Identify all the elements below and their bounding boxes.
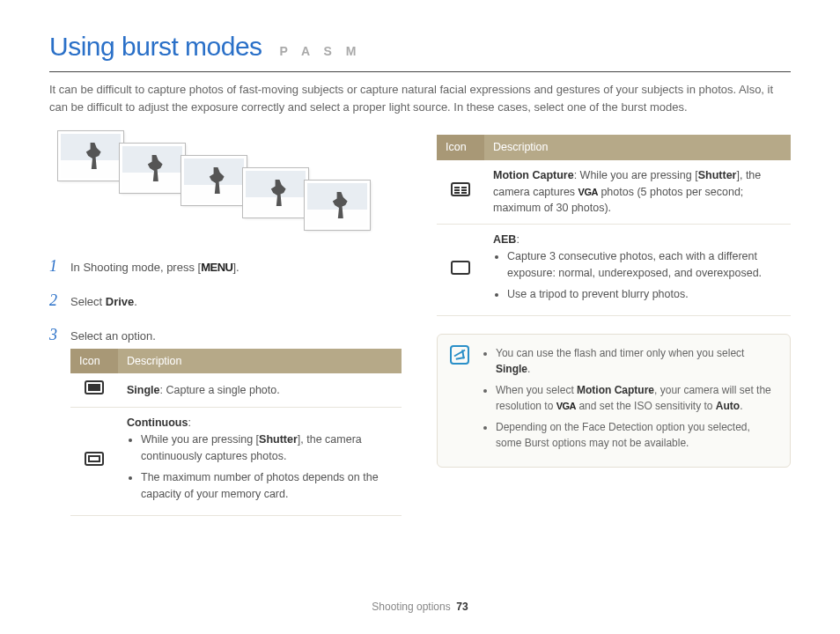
step-number: 1 [49,254,62,278]
step-3: 3 Select an option. Icon Description Sin… [49,323,402,516]
mode-indicator: P A S M [280,42,362,61]
page-footer: Shooting options 73 [0,599,840,615]
step-text: . [134,295,137,308]
options-table-right: Icon Description Motion Capture: While y… [437,135,791,316]
burst-frame [58,131,123,181]
row-text: : [188,417,190,429]
step-list: 1 In Shooting mode, press [MENU]. 2 Sele… [49,254,402,516]
table-header-icon: Icon [70,349,118,374]
row-text: : Capture a single photo. [160,384,280,396]
step-bold: Drive [106,295,135,308]
step-number: 2 [49,289,62,313]
row-bold: AEB [493,233,516,246]
list-item: The maximum number of photos depends on … [141,469,393,503]
vga-label: VGA [578,187,598,197]
row-bold: Motion Capture [493,169,574,181]
burst-frame [181,156,247,205]
list-item: While you are pressing [Shutter], the ca… [141,431,393,465]
list-item: When you select Motion Capture, your cam… [496,382,777,414]
step-text: Select [70,295,106,308]
continuous-icon [85,452,104,466]
options-table-left: Icon Description Single: Capture a singl… [70,349,402,516]
burst-frame [305,181,370,230]
list-item: Use a tripod to prevent blurry photos. [507,286,782,303]
page-number: 73 [456,601,468,613]
vga-label: VGA [556,401,576,411]
note-box: You can use the flash and timer only whe… [437,334,791,468]
right-column: Icon Description Motion Capture: While y… [437,131,791,527]
table-row: AEB: Capture 3 consecutive photos, each … [437,225,791,316]
table-row: Motion Capture: While you are pressing [… [437,160,791,225]
step-2: 2 Select Drive. [49,289,402,313]
content-columns: 1 In Shooting mode, press [MENU]. 2 Sele… [49,131,791,527]
step-number: 3 [49,323,62,347]
aeb-icon [451,261,470,275]
table-header-desc: Description [118,349,402,374]
table-row: Single: Capture a single photo. [70,373,402,407]
burst-frame [120,144,185,193]
burst-frame [243,168,308,217]
page-title: Using burst modes [49,26,262,66]
list-item: Capture 3 consecutive photos, each with … [507,248,782,282]
intro-text: It can be difficult to capture photos of… [49,81,791,115]
table-header-icon: Icon [437,135,484,160]
menu-label: MENU [201,261,232,274]
note-icon [450,345,469,365]
motion-capture-icon [451,182,470,196]
list-item: You can use the flash and timer only whe… [496,345,777,377]
row-bold: Single [127,384,160,396]
note-list: You can use the flash and timer only whe… [482,345,777,456]
burst-illustration [49,131,402,237]
step-1: 1 In Shooting mode, press [MENU]. [49,254,402,278]
table-row: Continuous: While you are pressing [Shut… [70,408,402,516]
single-icon [85,380,104,394]
table-header-desc: Description [484,135,791,160]
step-text: In Shooting mode, press [ [70,261,201,274]
divider [49,71,791,72]
step-text: ]. [232,261,239,274]
list-item: Depending on the Face Detection option y… [496,419,777,451]
row-bold: Continuous [127,417,188,429]
step-text: Select an option. [70,329,156,343]
page-header: Using burst modes P A S M [49,26,791,66]
footer-section: Shooting options [372,601,450,613]
left-column: 1 In Shooting mode, press [MENU]. 2 Sele… [49,131,402,527]
